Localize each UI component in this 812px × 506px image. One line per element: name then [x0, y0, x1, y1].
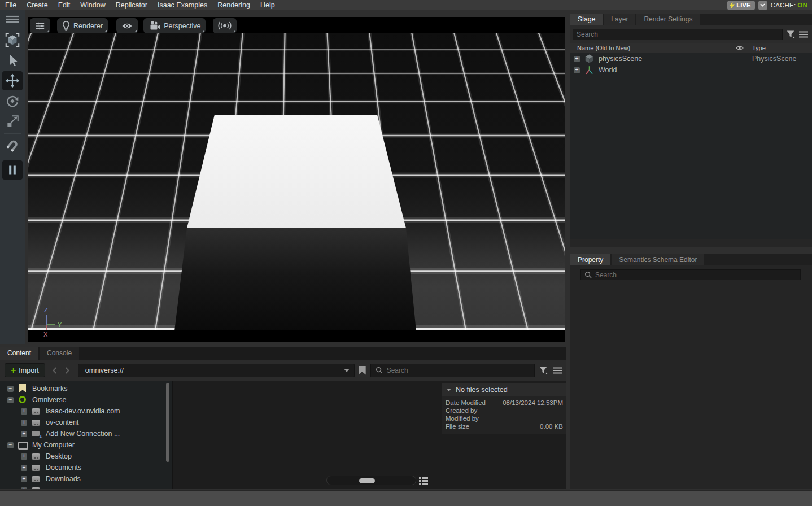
menu-item[interactable]: Create	[21, 0, 53, 10]
content-body: Bookmarks Omniverse isaac-dev.ov.nvidia.…	[0, 381, 566, 489]
axis-z-label: Z	[44, 307, 48, 313]
expander-icon[interactable]	[7, 442, 14, 448]
tab-property[interactable]: Property	[570, 254, 610, 265]
selection-mode-button[interactable]	[2, 30, 23, 50]
rotate-tool-button[interactable]	[2, 91, 23, 111]
path-dropdown-icon[interactable]	[344, 369, 350, 372]
tree-item-label: ov-content	[46, 418, 78, 426]
tree-item-label: Add New Connection ...	[46, 430, 120, 438]
server-icon	[32, 463, 41, 472]
tree-item[interactable]: Desktop	[0, 451, 172, 462]
add-connection-icon	[32, 429, 41, 438]
cube-front-face[interactable]	[174, 228, 416, 331]
menu-item[interactable]: Window	[75, 0, 110, 10]
bookmark-icon[interactable]	[359, 366, 366, 375]
stage-row-physicsscene[interactable]: physicsScene PhysicsScene	[570, 53, 812, 64]
camera-icon	[149, 21, 160, 30]
tree-item[interactable]: My Computer	[0, 439, 172, 451]
expander-icon[interactable]	[21, 431, 27, 437]
move-tool-button[interactable]	[2, 71, 23, 90]
forward-button[interactable]	[62, 365, 72, 376]
tree-item[interactable]	[0, 485, 172, 489]
viewport[interactable]: Z Y X Renderer	[28, 17, 565, 342]
tab-content[interactable]: Content	[0, 347, 38, 360]
thumbnail-size-slider[interactable]	[326, 476, 416, 485]
file-grid-area[interactable]: No files selected Date Modified 08/13/20…	[173, 381, 566, 489]
select-tool-button[interactable]	[2, 51, 23, 70]
menu-item[interactable]: Isaac Examples	[152, 0, 212, 10]
tree-item[interactable]: ov-content	[0, 417, 172, 428]
toolbar-menu-button[interactable]	[2, 13, 23, 25]
scale-tool-button[interactable]	[2, 112, 23, 131]
viewport-settings-button[interactable]	[30, 18, 50, 33]
menu-item[interactable]: Edit	[53, 0, 76, 10]
expander-icon[interactable]	[21, 420, 27, 426]
tree-scrollbar[interactable]	[166, 383, 169, 462]
expander-icon[interactable]	[574, 67, 580, 73]
tab-semantics-schema-editor[interactable]: Semantics Schema Editor	[612, 254, 704, 265]
broadcast-icon	[218, 21, 232, 30]
chevron-right-icon	[65, 367, 69, 374]
cube-top-face[interactable]	[187, 115, 406, 228]
property-search-input[interactable]	[595, 271, 797, 279]
visibility-menu-button[interactable]	[116, 18, 138, 33]
tab-layer[interactable]: Layer	[604, 14, 635, 25]
cursor-icon	[5, 53, 20, 68]
content-search-input[interactable]	[387, 367, 530, 374]
tree-item[interactable]: Downloads	[0, 473, 172, 485]
magnifier-icon	[376, 367, 383, 374]
camera-menu-button[interactable]: Perspective	[143, 18, 206, 33]
menu-item[interactable]: File	[0, 0, 21, 10]
path-input[interactable]	[78, 367, 344, 374]
expander-icon[interactable]	[7, 397, 14, 403]
thumbnail-size-control	[326, 476, 429, 485]
chevron-left-icon	[53, 367, 57, 374]
stage-row-world[interactable]: World	[570, 64, 812, 76]
import-button[interactable]: + Import	[5, 363, 45, 377]
snap-tool-button[interactable]	[2, 136, 23, 155]
live-button[interactable]: LIVE	[727, 1, 755, 10]
viewport-canvas[interactable]: Z Y X	[28, 17, 565, 342]
name-column-header[interactable]: Name (Old to New)	[577, 45, 630, 51]
tree-item[interactable]: Bookmarks	[0, 383, 172, 394]
bookmark-icon	[18, 384, 27, 393]
status-bar	[0, 490, 812, 506]
tree-item[interactable]: Documents	[0, 462, 172, 473]
tree-item[interactable]: Omniverse	[0, 394, 172, 405]
menu-item[interactable]: Replicator	[111, 0, 152, 10]
tree-item[interactable]: Add New Connection ...	[0, 428, 172, 439]
details-header[interactable]: No files selected	[442, 383, 566, 396]
expander-icon[interactable]	[21, 465, 27, 471]
menu-item[interactable]: Rendering	[212, 0, 255, 10]
eye-icon[interactable]	[736, 45, 744, 52]
live-label: LIVE	[736, 2, 751, 8]
funnel-icon[interactable]	[787, 30, 795, 38]
funnel-icon[interactable]	[539, 367, 548, 374]
expander-icon[interactable]	[7, 386, 14, 392]
expander-icon[interactable]	[574, 56, 580, 62]
tab-render-settings[interactable]: Render Settings	[636, 14, 700, 25]
tree-item-label: My Computer	[32, 441, 75, 449]
left-toolbar	[0, 10, 25, 344]
cache-value: ON	[797, 2, 807, 8]
hamburger-icon[interactable]	[799, 31, 808, 38]
slider-thumb[interactable]	[359, 478, 375, 483]
type-column-header[interactable]: Type	[752, 45, 766, 51]
expander-icon[interactable]	[21, 408, 27, 415]
tab-stage[interactable]: Stage	[570, 14, 603, 25]
tree-item[interactable]: isaac-dev.ov.nvidia.com	[0, 405, 172, 417]
expander-icon[interactable]	[21, 476, 27, 482]
property-search	[580, 269, 801, 280]
expander-icon[interactable]	[21, 453, 27, 460]
renderer-menu-button[interactable]: Renderer	[57, 18, 108, 33]
capture-button[interactable]	[213, 18, 237, 33]
list-view-icon[interactable]	[418, 476, 429, 485]
hamburger-icon[interactable]	[553, 367, 562, 374]
live-dropdown-button[interactable]	[758, 1, 767, 10]
expander-icon[interactable]	[21, 487, 27, 490]
tab-console[interactable]: Console	[40, 347, 79, 360]
stage-search-input[interactable]	[573, 29, 783, 40]
menu-item[interactable]: Help	[255, 0, 280, 10]
pause-button[interactable]	[2, 160, 23, 180]
back-button[interactable]	[50, 365, 60, 376]
